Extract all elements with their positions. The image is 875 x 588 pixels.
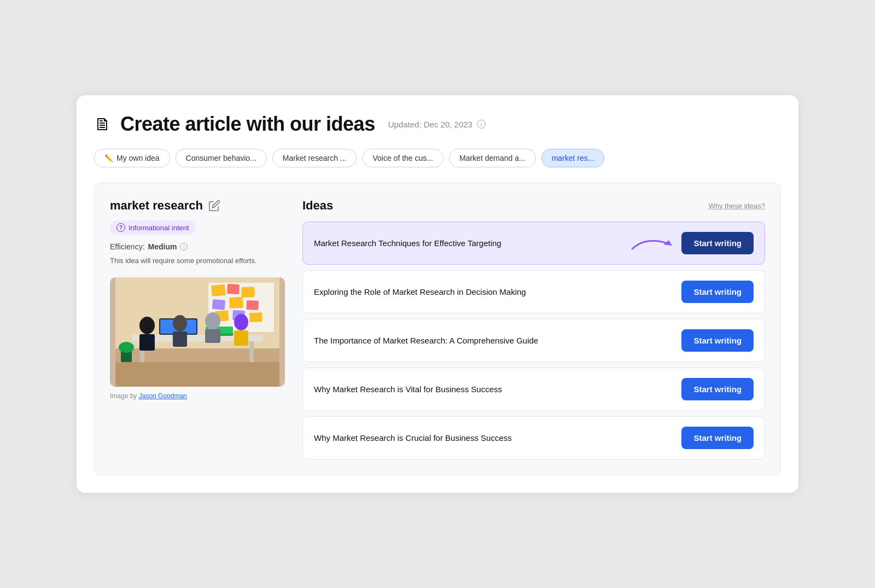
- ideas-title: Ideas: [302, 199, 333, 213]
- svg-rect-21: [139, 334, 155, 351]
- svg-rect-7: [229, 296, 243, 308]
- idea-row: The Importance of Market Research: A Com…: [302, 319, 765, 362]
- start-writing-button-1[interactable]: Start writing: [681, 232, 754, 254]
- tab-my-own-idea[interactable]: ✏️ My own idea: [94, 149, 170, 167]
- svg-point-24: [205, 312, 220, 330]
- svg-rect-6: [212, 299, 225, 310]
- efficiency-info-icon[interactable]: i: [180, 243, 188, 251]
- right-panel: Ideas Why these ideas? Market Research T…: [302, 199, 765, 459]
- tab-market-res-active[interactable]: market res...: [541, 149, 605, 167]
- start-writing-button-3[interactable]: Start writing: [681, 329, 754, 352]
- idea-text-3: The Importance of Market Research: A Com…: [314, 335, 673, 346]
- svg-rect-27: [234, 330, 248, 346]
- start-writing-button-2[interactable]: Start writing: [681, 281, 754, 303]
- start-writing-button-5[interactable]: Start writing: [681, 427, 754, 449]
- page-icon: 🗎: [94, 114, 112, 135]
- svg-point-20: [139, 317, 155, 334]
- intent-badge-icon: ?: [116, 223, 125, 232]
- edit-icon[interactable]: [208, 200, 220, 212]
- topic-title: market research: [110, 199, 203, 213]
- tab-voice-of-customer[interactable]: Voice of the cus...: [362, 149, 444, 167]
- svg-rect-28: [115, 362, 279, 387]
- header-meta: Updated: Dec 20, 2023 i: [388, 120, 486, 129]
- svg-rect-23: [173, 331, 187, 347]
- svg-point-30: [119, 342, 134, 353]
- image-caption: Image by Jason Goodman: [110, 392, 285, 400]
- start-writing-button-4[interactable]: Start writing: [681, 378, 754, 400]
- idea-text-5: Why Market Research is Crucial for Busin…: [314, 432, 673, 444]
- tabs-row: ✏️ My own idea Consumer behavio... Marke…: [94, 149, 781, 167]
- idea-text-2: Exploring the Role of Market Research in…: [314, 286, 673, 298]
- efficiency-row: Efficiency: Medium i: [110, 242, 285, 251]
- intent-badge: ? Informational intent: [110, 220, 196, 235]
- content-area: market research ? Informational intent E…: [94, 183, 781, 475]
- svg-rect-3: [211, 284, 226, 296]
- main-container: 🗎 Create article with our ideas Updated:…: [77, 95, 798, 493]
- idea-text-4: Why Market Research is Vital for Busines…: [314, 383, 673, 395]
- svg-point-26: [234, 314, 248, 330]
- idea-row: Exploring the Role of Market Research in…: [302, 270, 765, 313]
- page-title: Create article with our ideas: [120, 113, 375, 136]
- description-text: This idea will require some promotional …: [110, 255, 285, 266]
- idea-row: Why Market Research is Vital for Busines…: [302, 368, 765, 411]
- efficiency-value: Medium: [148, 242, 177, 251]
- svg-rect-11: [249, 312, 262, 322]
- info-icon[interactable]: i: [477, 120, 486, 129]
- idea-text-1: Market Research Techniques for Effective…: [314, 237, 673, 249]
- updated-text: Updated: Dec 20, 2023: [388, 120, 472, 129]
- idea-row: Why Market Research is Crucial for Busin…: [302, 416, 765, 459]
- tab-market-research-1[interactable]: Market research ...: [272, 149, 357, 167]
- svg-rect-8: [246, 300, 259, 310]
- idea-row-wrapper-1: Market Research Techniques for Effective…: [302, 222, 765, 265]
- ideas-list: Market Research Techniques for Effective…: [302, 222, 765, 459]
- svg-rect-4: [227, 284, 240, 294]
- ideas-header: Ideas Why these ideas?: [302, 199, 765, 213]
- pencil-icon: ✏️: [104, 154, 113, 162]
- topic-title-row: market research: [110, 199, 285, 213]
- idea-row: Market Research Techniques for Effective…: [302, 222, 765, 265]
- efficiency-label: Efficiency:: [110, 242, 145, 251]
- intent-label: Informational intent: [129, 224, 189, 232]
- left-panel: market research ? Informational intent E…: [110, 199, 285, 459]
- svg-rect-5: [241, 287, 255, 298]
- svg-rect-25: [205, 329, 220, 343]
- svg-point-22: [173, 315, 187, 331]
- tab-consumer-behavior[interactable]: Consumer behavio...: [176, 149, 267, 167]
- tab-market-demand[interactable]: Market demand a...: [449, 149, 536, 167]
- why-ideas-link[interactable]: Why these ideas?: [709, 202, 765, 210]
- page-header: 🗎 Create article with our ideas Updated:…: [94, 113, 781, 136]
- image-author-link[interactable]: Jason Goodman: [139, 392, 187, 400]
- panel-image: [110, 277, 285, 387]
